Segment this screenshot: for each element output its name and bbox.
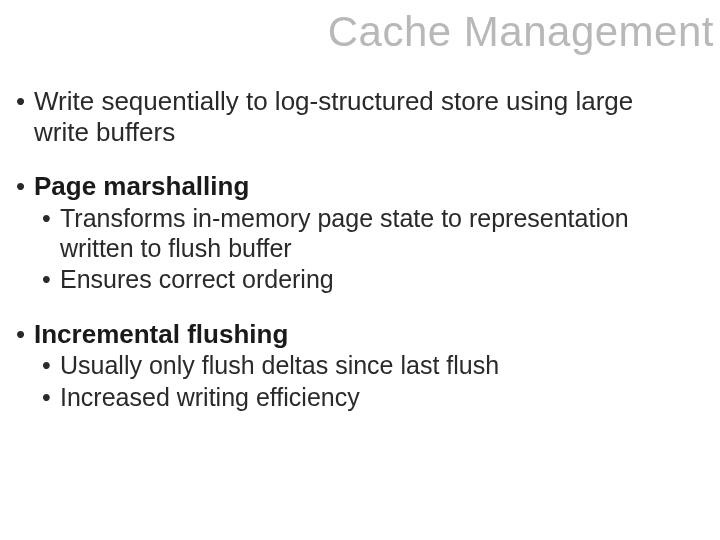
sub-bullet-list: Transforms in-memory page state to repre…: [34, 204, 640, 295]
bullet-heading: Incremental flushing: [34, 319, 288, 349]
bullet-list: Write sequentially to log-structured sto…: [12, 86, 640, 412]
sub-bullet-text: Transforms in-memory page state to repre…: [60, 204, 629, 262]
sub-bullet-list: Usually only flush deltas since last flu…: [34, 351, 640, 412]
sub-bullet-item: Transforms in-memory page state to repre…: [34, 204, 640, 263]
sub-bullet-text: Usually only flush deltas since last flu…: [60, 351, 499, 379]
sub-bullet-text: Ensures correct ordering: [60, 265, 334, 293]
sub-bullet-item: Ensures correct ordering: [34, 265, 640, 295]
sub-bullet-text: Increased writing efficiency: [60, 383, 360, 411]
bullet-heading: Page marshalling: [34, 171, 249, 201]
sub-bullet-item: Increased writing efficiency: [34, 383, 640, 413]
slide-body: Write sequentially to log-structured sto…: [12, 86, 640, 436]
bullet-text: Write sequentially to log-structured sto…: [34, 86, 633, 147]
slide-title: Cache Management: [328, 8, 714, 56]
bullet-item: Page marshalling Transforms in-memory pa…: [12, 171, 640, 294]
slide: Cache Management Write sequentially to l…: [0, 0, 720, 540]
bullet-item: Write sequentially to log-structured sto…: [12, 86, 640, 147]
sub-bullet-item: Usually only flush deltas since last flu…: [34, 351, 640, 381]
bullet-item: Incremental flushing Usually only flush …: [12, 319, 640, 413]
